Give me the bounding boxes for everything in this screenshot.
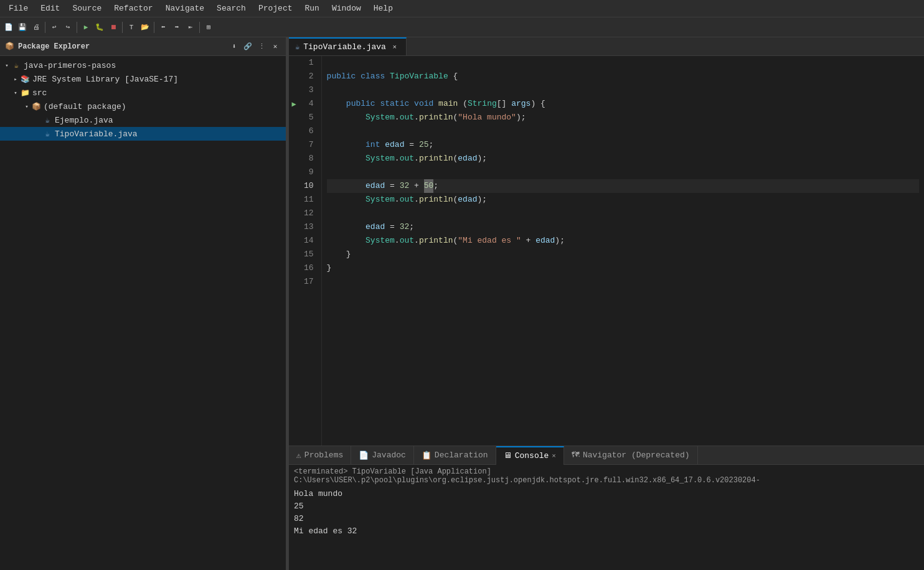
- menu-source[interactable]: Source: [66, 2, 108, 14]
- tree-label-project: java-primeros-pasos: [24, 61, 116, 70]
- menu-navigate[interactable]: Navigate: [159, 2, 210, 14]
- tab-console[interactable]: 🖥 Console ×: [496, 446, 564, 465]
- ln-17: 17: [304, 275, 314, 289]
- gutter-line-2: [289, 70, 299, 83]
- toolbar-perspective-btn[interactable]: ⊞: [202, 21, 215, 34]
- sidebar-link-btn[interactable]: 🔗: [242, 41, 253, 52]
- toolbar-redo-btn[interactable]: ↪: [62, 21, 74, 34]
- toolbar-last-edit-btn[interactable]: ⇤: [184, 21, 197, 34]
- ln-9: 9: [304, 166, 314, 179]
- ln-13: 13: [304, 220, 314, 234]
- tab-tipovariable[interactable]: ☕ TipoVariable.java ×: [289, 37, 407, 56]
- tree-label-tipovariable: TipoVariable.java: [55, 129, 138, 139]
- toolbar-save-btn[interactable]: 💾: [16, 21, 29, 34]
- menu-run[interactable]: Run: [299, 2, 326, 14]
- gutter-line-12: [289, 207, 299, 220]
- sidebar-close-btn[interactable]: ✕: [270, 41, 281, 52]
- code-line-12: [327, 207, 919, 220]
- tab-close-btn[interactable]: ×: [390, 42, 400, 52]
- code-line-7: int edad = 25;: [327, 138, 919, 152]
- tree-item-jre[interactable]: ▸ 📚 JRE System Library [JavaSE-17]: [0, 72, 286, 86]
- code-content[interactable]: public class TipoVariable { public stati…: [322, 56, 924, 446]
- pkg-icon: 📦: [31, 101, 41, 111]
- tab-console-label: Console: [515, 451, 549, 460]
- sidebar-menu-btn[interactable]: ⋮: [256, 41, 267, 52]
- code-editor[interactable]: ▶ 1 2 3 4 5: [289, 56, 924, 446]
- tree-arrow-pkg: ▾: [22, 102, 31, 111]
- menu-file[interactable]: File: [2, 2, 34, 14]
- menu-help[interactable]: Help: [367, 2, 399, 14]
- menu-window[interactable]: Window: [326, 2, 367, 14]
- main-layout: 📦 Package Explorer ⬇ 🔗 ⋮ ✕ ▾ ☕ java-prim…: [0, 37, 924, 570]
- tipovariable-file-icon: ☕: [42, 129, 52, 139]
- toolbar-undo-btn[interactable]: ↩: [48, 21, 60, 34]
- jre-icon: 📚: [20, 74, 30, 84]
- gutter-line-10: [289, 179, 299, 193]
- console-close-btn[interactable]: ×: [552, 452, 556, 460]
- tab-problems-label: Problems: [304, 451, 343, 460]
- gutter-line-6: [289, 124, 299, 138]
- menu-search[interactable]: Search: [210, 2, 252, 14]
- code-line-5: System.out.println("Hola mundo");: [327, 111, 919, 124]
- toolbar-print-btn[interactable]: 🖨: [30, 21, 42, 34]
- toolbar-new-btn[interactable]: 📄: [2, 21, 15, 34]
- ln-11: 11: [304, 193, 314, 207]
- src-folder-icon: 📁: [20, 88, 30, 98]
- tab-navigator[interactable]: 🗺 Navigator (Deprecated): [564, 446, 698, 465]
- tree-item-pkg[interactable]: ▾ 📦 (default package): [0, 100, 286, 113]
- tree-item-tipovariable[interactable]: ▸ ☕ TipoVariable.java: [0, 127, 286, 141]
- toolbar-prev-edit-btn[interactable]: ⬅: [157, 21, 169, 34]
- toolbar-stop-btn[interactable]: ⏹: [107, 21, 120, 34]
- sidebar: 📦 Package Explorer ⬇ 🔗 ⋮ ✕ ▾ ☕ java-prim…: [0, 37, 286, 570]
- code-line-10: edad = 32 + 50;: [327, 179, 919, 193]
- ln-8: 8: [304, 152, 314, 166]
- run-arrow-icon: ▶: [291, 100, 296, 109]
- tab-declaration-label: Declaration: [435, 451, 488, 460]
- ln-1: 1: [304, 56, 314, 70]
- tree-item-project[interactable]: ▾ ☕ java-primeros-pasos: [0, 58, 286, 72]
- code-line-1: [327, 56, 919, 70]
- code-line-2: public class TipoVariable {: [327, 70, 919, 83]
- code-line-8: System.out.println(edad);: [327, 152, 919, 166]
- menu-edit[interactable]: Edit: [34, 2, 66, 14]
- tree-label-ejemplo: Ejemplo.java: [55, 116, 113, 125]
- gutter-line-5: [289, 111, 299, 124]
- toolbar-open-resource-btn[interactable]: 📂: [139, 21, 151, 34]
- toolbar-open-type-btn[interactable]: T: [125, 21, 138, 34]
- code-line-14: System.out.println("Mi edad es " + edad)…: [327, 234, 919, 248]
- package-explorer-icon: 📦: [5, 42, 14, 51]
- ln-14: 14: [304, 234, 314, 248]
- ln-3: 3: [304, 83, 314, 97]
- gutter-line-4: ▶: [289, 97, 299, 111]
- bottom-panel: ⚠ Problems 📄 Javadoc 📋 Declaration 🖥 Con…: [289, 446, 924, 570]
- gutter-line-9: [289, 166, 299, 179]
- sidebar-collapse-btn[interactable]: ⬇: [229, 41, 240, 52]
- tree-label-src: src: [32, 88, 47, 98]
- project-icon: ☕: [11, 60, 21, 70]
- tree-item-src[interactable]: ▾ 📁 src: [0, 86, 286, 100]
- toolbar-debug-btn[interactable]: 🐛: [93, 21, 106, 34]
- ln-7: 7: [304, 138, 314, 152]
- tab-javadoc[interactable]: 📄 Javadoc: [351, 446, 414, 465]
- ln-10: 10: [304, 179, 314, 193]
- toolbar-run-btn[interactable]: ▶: [80, 21, 92, 34]
- tab-declaration[interactable]: 📋 Declaration: [414, 446, 496, 465]
- declaration-icon: 📋: [422, 451, 431, 460]
- menu-project[interactable]: Project: [252, 2, 299, 14]
- console-output-1: Hola mundo: [294, 487, 919, 500]
- code-line-6: [327, 124, 919, 138]
- code-line-4: public static void main (String[] args) …: [327, 97, 919, 111]
- gutter-line-11: [289, 193, 299, 207]
- toolbar-sep-4: [154, 22, 154, 33]
- tree-item-ejemplo[interactable]: ▸ ☕ Ejemplo.java: [0, 113, 286, 127]
- bottom-tabs: ⚠ Problems 📄 Javadoc 📋 Declaration 🖥 Con…: [289, 446, 924, 465]
- sidebar-title: 📦 Package Explorer: [5, 42, 90, 51]
- problems-icon: ⚠: [296, 451, 301, 460]
- toolbar-next-edit-btn[interactable]: ➡: [171, 21, 183, 34]
- tab-navigator-label: Navigator (Deprecated): [583, 451, 690, 460]
- tab-problems[interactable]: ⚠ Problems: [289, 446, 351, 465]
- ln-5: 5: [304, 111, 314, 124]
- menu-refactor[interactable]: Refactor: [108, 2, 159, 14]
- ln-15: 15: [304, 248, 314, 261]
- sidebar-header: 📦 Package Explorer ⬇ 🔗 ⋮ ✕: [0, 37, 286, 56]
